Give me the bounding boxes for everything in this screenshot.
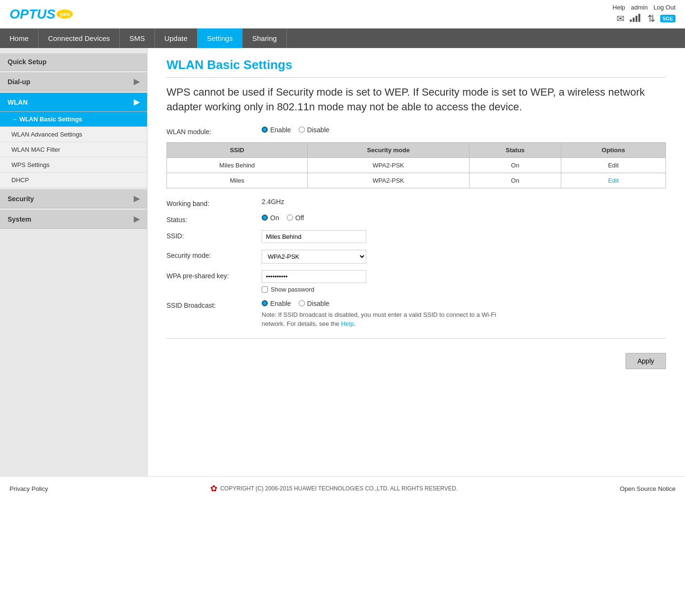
nav-connected-devices[interactable]: Connected Devices [39,29,120,48]
ssid-row: SSID: [166,230,666,243]
content-divider [166,338,666,339]
ssid-broadcast-row: SSID Broadcast: Enable Disable Note: If … [166,300,666,329]
sidebar-item-wlan-advanced[interactable]: WLAN Advanced Settings [0,127,147,142]
wlan-disable-radio[interactable] [299,127,305,133]
main: Quick Setup Dial-up ▶ WLAN ▶ WLAN Basic … [0,48,685,476]
row1-options: Edit [561,157,665,173]
logo-yes: yes [57,10,73,19]
open-source-link[interactable]: Open Source Notice [620,485,675,492]
nav-update[interactable]: Update [155,29,197,48]
col-security-mode: Security mode [307,142,470,157]
wpa-key-control: Show password [262,270,666,293]
footer-right: Open Source Notice [620,485,675,492]
broadcast-disable-radio[interactable] [299,300,305,306]
mail-icon[interactable]: ✉ [616,13,625,24]
huawei-logo-icon: ✿ [210,483,217,494]
wlan-module-label: WLAN module: [166,126,262,136]
table-row: Miles WPA2-PSK On Edit [167,173,666,188]
sidebar-item-wlan-basic[interactable]: WLAN Basic Settings [0,112,147,127]
note-text-content: Note: If SSID broadcast is disabled, you… [262,311,496,328]
apply-button[interactable]: Apply [626,353,666,369]
header-top-right: Help admin Log Out ✉ ⇅ 5GE [613,4,675,24]
row1-status: On [470,157,561,173]
status-row: Status: On Off [166,214,666,224]
sidebar-section-header-system[interactable]: System ▶ [0,209,147,229]
sidebar-item-wlan-mac[interactable]: WLAN MAC Filter [0,142,147,157]
row2-status: On [470,173,561,188]
table-row: Miles Behind WPA2-PSK On Edit [167,157,666,173]
security-mode-select[interactable]: WPA2-PSK WPA-PSK WEP None [262,250,366,264]
col-status: Status [470,142,561,157]
privacy-policy-link[interactable]: Privacy Policy [10,485,48,492]
sidebar-wlan-label: WLAN [8,98,28,106]
broadcast-enable-radio[interactable] [262,300,268,306]
footer: Privacy Policy ✿ COPYRIGHT (C) 2006-2015… [0,476,685,500]
logout-link[interactable]: Log Out [654,4,675,11]
footer-center: ✿ COPYRIGHT (C) 2006-2015 HUAWEI TECHNOL… [210,483,458,494]
header: OPTUS yes Help admin Log Out ✉ ⇅ 5GE [0,0,685,29]
ssid-broadcast-control: Enable Disable Note: If SSID broadcast i… [262,300,666,329]
row2-security: WPA2-PSK [307,173,470,188]
sidebar-system-label: System [8,215,31,223]
sidebar: Quick Setup Dial-up ▶ WLAN ▶ WLAN Basic … [0,48,147,476]
status-on-radio[interactable] [262,215,268,221]
nav-settings[interactable]: Settings [197,29,243,48]
row2-edit-link[interactable]: Edit [608,177,618,184]
ssid-input[interactable] [262,230,366,243]
status-on-option[interactable]: On [262,214,279,222]
sidebar-item-wps[interactable]: WPS Settings [0,157,147,173]
sidebar-quicksetup-label: Quick Setup [8,58,47,66]
sidebar-section-header-wlan[interactable]: WLAN ▶ [0,92,147,112]
wlan-disable-option[interactable]: Disable [299,126,330,134]
show-password-row[interactable]: Show password [262,286,666,293]
status-off-option[interactable]: Off [287,214,304,222]
show-password-label: Show password [271,286,314,293]
col-ssid: SSID [167,142,308,157]
wpa-key-input[interactable] [262,270,366,283]
svg-rect-3 [638,14,640,22]
wlan-enable-option[interactable]: Enable [262,126,291,134]
help-link[interactable]: Help [613,4,626,11]
sidebar-security-label: Security [8,195,34,203]
show-password-checkbox[interactable] [262,286,268,293]
apply-row: Apply [166,348,666,374]
col-options: Options [561,142,665,157]
sidebar-section-header-quicksetup[interactable]: Quick Setup [0,53,147,71]
wlan-module-row: WLAN module: Enable Disable [166,126,666,136]
warning-text: WPS cannot be used if Security mode is s… [166,85,666,115]
broadcast-note: Note: If SSID broadcast is disabled, you… [262,310,499,329]
security-mode-row: Security mode: WPA2-PSK WPA-PSK WEP None [166,250,666,264]
sidebar-item-dhcp[interactable]: DHCP [0,173,147,188]
row2-ssid: Miles [167,173,308,188]
status-off-radio[interactable] [287,215,293,221]
admin-link[interactable]: admin [631,4,647,11]
wlan-enable-radio[interactable] [262,127,268,133]
transfer-icon[interactable]: ⇅ [647,13,656,24]
broadcast-disable-option[interactable]: Disable [299,300,330,307]
sidebar-section-wlan: WLAN ▶ WLAN Basic Settings WLAN Advanced… [0,92,147,188]
ssid-broadcast-options: Enable Disable [262,300,666,307]
nav-sharing[interactable]: Sharing [243,29,287,48]
sidebar-section-security: Security ▶ [0,189,147,208]
signal-icon [629,13,643,24]
wpa-key-row: WPA pre-shared key: Show password [166,270,666,293]
wlan-module-control: Enable Disable [262,126,666,134]
sidebar-section-header-security[interactable]: Security ▶ [0,189,147,208]
logo-area: OPTUS yes [10,7,73,22]
sidebar-section-header-dialup[interactable]: Dial-up ▶ [0,72,147,91]
note-help-link[interactable]: Help [341,320,354,327]
page-title: WLAN Basic Settings [166,58,666,78]
sidebar-dialup-label: Dial-up [8,78,30,86]
nav: Home Connected Devices SMS Update Settin… [0,29,685,48]
svg-rect-0 [630,20,632,22]
sidebar-section-quicksetup: Quick Setup [0,53,147,71]
nav-sms[interactable]: SMS [120,29,155,48]
sidebar-section-dialup: Dial-up ▶ [0,72,147,91]
working-band-value: 2.4GHz [262,198,666,205]
row1-ssid: Miles Behind [167,157,308,173]
nav-home[interactable]: Home [0,29,39,48]
broadcast-enable-option[interactable]: Enable [262,300,291,307]
status-control: On Off [262,214,666,222]
row2-options[interactable]: Edit [561,173,665,188]
status-label: Status: [166,214,262,224]
